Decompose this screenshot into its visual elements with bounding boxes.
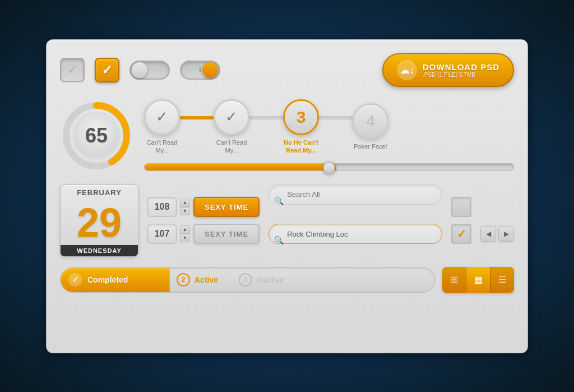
sexy-time-button-inactive[interactable]: SEXY TIME	[193, 224, 260, 244]
progress-label-active: Active	[195, 275, 218, 284]
search-input-2[interactable]	[269, 224, 442, 244]
toggle-off[interactable]	[129, 61, 170, 80]
step-circle-4: 4	[353, 103, 388, 139]
connector-3-4	[319, 116, 353, 119]
cloud-download-icon: ☁↓	[397, 60, 417, 80]
small-checkbox-checked[interactable]	[451, 224, 471, 244]
top-row: ☁↓ DOWNLOAD PSD .PSD (1 FILE) 5.7MB	[60, 53, 514, 87]
number-value-1: 108	[147, 197, 177, 217]
checkbox-checked[interactable]	[95, 58, 119, 82]
gauge-widget: 65	[60, 99, 133, 172]
progress-num-active: 2	[177, 273, 190, 287]
calendar-day: WEDNESDAY	[61, 245, 138, 256]
view-btn-grid[interactable]: ⊞	[442, 267, 466, 293]
number-input-row-1: 108 ▲ ▼ SEXY TIME	[147, 197, 260, 217]
main-panel: ☁↓ DOWNLOAD PSD .PSD (1 FILE) 5.7MB	[46, 39, 528, 353]
connector-1-2	[180, 116, 214, 119]
gauge-value: 65	[85, 124, 108, 147]
progress-inactive[interactable]: 3 Inactive	[232, 268, 290, 292]
slider-fill	[145, 164, 336, 170]
calendar-widget: FEBRUARY 29 WEDNESDAY	[60, 185, 138, 257]
step-label-2: Can't ReadMy...	[216, 139, 247, 155]
progress-completed[interactable]: ✓ Completed	[61, 268, 170, 292]
progress-num-inactive: 3	[239, 273, 252, 287]
wizard-step-4[interactable]: 4 Poker Face!	[353, 103, 388, 150]
spin-up-2[interactable]: ▲	[180, 225, 190, 234]
spinner-1[interactable]: ▲ ▼	[180, 199, 190, 215]
sexy-time-button-active[interactable]: SEXY TIME	[193, 197, 260, 217]
calendar-month: FEBRUARY	[61, 185, 138, 200]
nav-arrows: ◀ ▶	[480, 226, 514, 242]
progress-label-completed: Completed	[87, 275, 128, 284]
toggle-on[interactable]	[180, 61, 220, 80]
search-wrap-2: 🔍	[269, 224, 442, 257]
step-circle-3: 3	[283, 99, 319, 135]
step-label-1: Can't ReadMy...	[147, 139, 178, 155]
step-label-4: Poker Face!	[354, 142, 387, 150]
wizard-step-3[interactable]: 3 No He Can'tRead My...	[283, 99, 319, 155]
nav-arrows-col: ◀ ▶	[480, 185, 514, 257]
step-circle-2	[214, 99, 249, 135]
number-value-2: 107	[147, 224, 177, 244]
slider-track[interactable]	[144, 163, 514, 171]
view-btn-columns[interactable]: ▦	[466, 267, 490, 293]
spin-down-2[interactable]: ▼	[180, 234, 190, 242]
progress-arrow-1: ›	[227, 268, 230, 292]
download-subtitle: .PSD (1 FILE) 5.7MB	[423, 72, 499, 78]
wizard-steps: Can't ReadMy... Can't ReadMy... 3 No He …	[144, 99, 514, 155]
search-wrap-1: 🔍	[269, 185, 442, 218]
middle-row: 65 Can't ReadMy... Can't ReadMy...	[60, 99, 514, 172]
wizard-container: Can't ReadMy... Can't ReadMy... 3 No He …	[144, 99, 514, 172]
spin-down-1[interactable]: ▼	[180, 207, 190, 215]
progress-check-icon: ✓	[68, 273, 82, 287]
download-button[interactable]: ☁↓ DOWNLOAD PSD .PSD (1 FILE) 5.7MB	[382, 53, 514, 87]
connector-2-3	[249, 116, 283, 119]
spinner-2[interactable]: ▲ ▼	[180, 225, 190, 242]
progress-bar: ✓ Completed 2 Active › 3 Inactive	[60, 267, 436, 293]
inputs-column: 108 ▲ ▼ SEXY TIME 107 ▲ ▼ SEXY TIME	[147, 185, 260, 257]
arrow-left[interactable]: ◀	[480, 226, 496, 242]
slider-container	[144, 163, 514, 171]
search-input-1[interactable]	[269, 185, 442, 205]
wizard-step-1[interactable]: Can't ReadMy...	[144, 99, 180, 155]
view-toggle: ⊞ ▦ ☰	[442, 267, 514, 293]
wizard-step-2[interactable]: Can't ReadMy...	[214, 99, 249, 155]
progress-row: ✓ Completed 2 Active › 3 Inactive ⊞ ▦ ☰	[60, 267, 514, 293]
search-column: 🔍 🔍	[269, 185, 442, 257]
progress-label-inactive: Inactive	[257, 275, 284, 284]
arrow-right[interactable]: ▶	[498, 226, 514, 242]
step-label-3: No He Can'tRead My...	[284, 139, 318, 155]
spin-up-1[interactable]: ▲	[180, 199, 190, 207]
view-btn-list[interactable]: ☰	[490, 267, 514, 293]
step-circle-1	[144, 99, 180, 135]
controls-row: FEBRUARY 29 WEDNESDAY 108 ▲ ▼ SEXY TIME …	[60, 185, 514, 257]
slider-thumb[interactable]	[323, 162, 335, 174]
checkbox-unchecked[interactable]	[60, 58, 85, 82]
number-input-row-2: 107 ▲ ▼ SEXY TIME	[147, 224, 260, 244]
right-controls	[451, 185, 471, 257]
download-title: DOWNLOAD PSD	[423, 62, 499, 72]
calendar-date: 29	[61, 200, 138, 245]
small-checkbox-empty[interactable]	[451, 197, 471, 217]
progress-active[interactable]: 2 Active	[170, 268, 225, 292]
download-text: DOWNLOAD PSD .PSD (1 FILE) 5.7MB	[423, 62, 499, 78]
